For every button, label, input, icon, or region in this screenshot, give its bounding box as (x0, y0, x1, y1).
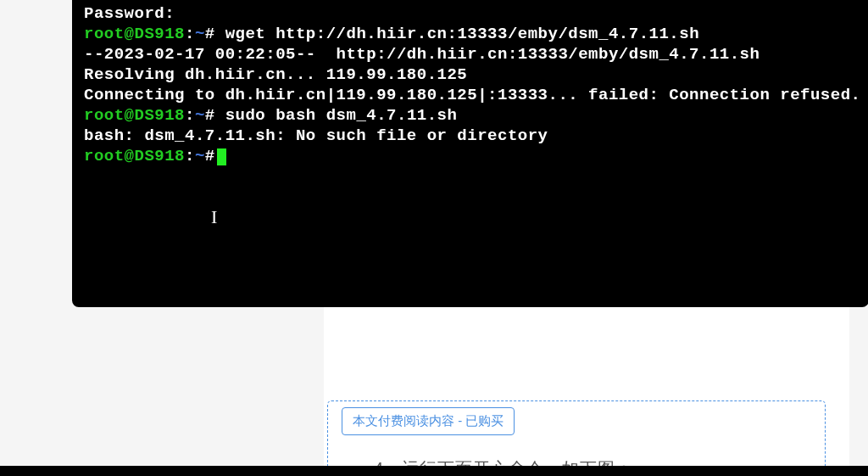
prompt-path: ~ (195, 106, 205, 125)
prompt-user: root@DS918 (84, 25, 185, 43)
command-text: sudo bash dsm_4.7.11.sh (215, 106, 458, 125)
terminal-window[interactable]: Password:root@DS918:~# wget http://dh.hi… (72, 0, 868, 307)
terminal-line: Resolving dh.hiir.cn... 119.99.180.125 (84, 64, 857, 85)
terminal-line: root@DS918:~# (84, 146, 857, 166)
purchase-content-box: 本文付费阅读内容 - 已购买 4、运行下面开心命令，如下图： (327, 400, 826, 476)
terminal-line: Password: (84, 3, 857, 24)
page-content: 本文付费阅读内容 - 已购买 4、运行下面开心命令，如下图： (324, 307, 849, 476)
terminal-line: --2023-02-17 00:22:05-- http://dh.hiir.c… (84, 44, 857, 64)
text-cursor-icon: I (211, 207, 217, 227)
prompt-user: root@DS918 (84, 106, 185, 125)
command-text: wget http://dh.hiir.cn:13333/emby/dsm_4.… (215, 25, 699, 43)
prompt-path: ~ (195, 147, 205, 165)
prompt-path: ~ (195, 25, 205, 43)
left-panel (0, 0, 72, 467)
terminal-line: Connecting to dh.hiir.cn|119.99.180.125|… (84, 85, 857, 105)
terminal-cursor (217, 148, 226, 165)
terminal-line: bash: dsm_4.7.11.sh: No such file or dir… (84, 126, 857, 146)
bottom-bar (0, 466, 868, 476)
terminal-line: root@DS918:~# wget http://dh.hiir.cn:133… (84, 24, 857, 44)
prompt-user: root@DS918 (84, 147, 185, 165)
terminal-line: root@DS918:~# sudo bash dsm_4.7.11.sh (84, 105, 857, 126)
purchase-status-label: 本文付费阅读内容 - 已购买 (342, 407, 515, 435)
